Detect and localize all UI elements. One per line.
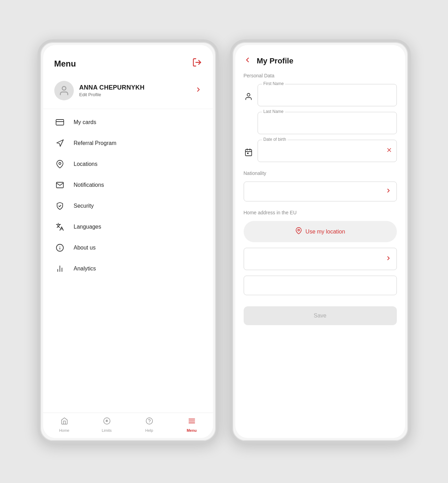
menu-item-notifications[interactable]: Notifications [43, 175, 213, 196]
nav-help-label: Help [145, 428, 153, 432]
svg-point-12 [106, 420, 108, 422]
last-name-field[interactable]: Last Name [258, 112, 397, 134]
dob-clear-icon[interactable] [386, 147, 392, 155]
profile-page-title: My Profile [257, 56, 293, 66]
profile-screen: My Profile Personal Data [235, 45, 405, 438]
menu-icon [188, 417, 196, 427]
calendar-icon [244, 148, 253, 156]
location-pin-icon [295, 227, 302, 236]
address-chevron-icon [385, 255, 392, 263]
menu-title: Menu [54, 59, 76, 69]
first-name-row: First Name [244, 84, 397, 106]
svg-point-13 [146, 418, 152, 424]
profile-name: ANNA CHEPURNYKH [79, 84, 189, 91]
avatar [54, 81, 74, 100]
nav-help[interactable]: Help [139, 417, 160, 432]
nav-home[interactable]: Home [54, 417, 75, 432]
profile-edit-label: Edit Profile [79, 92, 189, 97]
menu-item-label: Locations [74, 161, 98, 167]
profile-section[interactable]: ANNA CHEPURNYKH Edit Profile [43, 77, 213, 109]
use-location-button[interactable]: Use my location [244, 221, 397, 242]
profile-scroll-area: Personal Data First Name [235, 73, 405, 438]
nationality-selector[interactable] [244, 182, 397, 201]
first-name-floating-label: First Name [262, 81, 285, 86]
menu-item-label: My cards [74, 119, 96, 125]
translate-icon [54, 223, 65, 231]
nav-limits[interactable]: Limits [96, 417, 117, 432]
back-button[interactable] [244, 56, 251, 66]
right-phone: My Profile Personal Data [230, 39, 411, 444]
person-icon [244, 92, 253, 101]
menu-item-my-cards[interactable]: My cards [43, 112, 213, 133]
location-icon [54, 160, 65, 168]
menu-item-analytics[interactable]: Analytics [43, 258, 213, 279]
shield-icon [54, 202, 65, 210]
menu-item-label: Security [74, 203, 94, 209]
svg-rect-23 [247, 153, 249, 154]
menu-item-label: Referral Program [74, 140, 117, 146]
svg-point-26 [298, 229, 299, 231]
nav-menu-label: Menu [187, 428, 197, 432]
use-location-text: Use my location [306, 229, 345, 235]
save-button[interactable]: Save [244, 306, 397, 325]
nationality-label: Nationality [244, 170, 397, 176]
menu-items-list: My cards Referral Program [43, 109, 213, 413]
last-name-row: Last Name [244, 112, 397, 134]
menu-item-label: About us [74, 245, 96, 251]
svg-rect-19 [245, 150, 252, 156]
menu-item-about[interactable]: About us [43, 237, 213, 258]
svg-rect-2 [56, 120, 64, 125]
svg-point-18 [247, 93, 250, 96]
home-address-label: Home address in the EU [244, 210, 397, 215]
svg-point-4 [59, 162, 61, 164]
dob-field[interactable]: Date of birth [258, 140, 397, 162]
menu-item-label: Languages [74, 224, 101, 230]
menu-item-label: Notifications [74, 182, 104, 188]
nationality-chevron-icon [385, 187, 392, 196]
address-section: Home address in the EU Use my location [244, 210, 397, 295]
logout-icon[interactable] [192, 58, 202, 70]
profile-chevron-icon[interactable] [195, 86, 202, 95]
mail-icon [54, 181, 65, 189]
home-icon [61, 417, 68, 427]
nationality-section: Nationality [244, 170, 397, 201]
nav-menu[interactable]: Menu [181, 417, 202, 432]
chart-icon [54, 264, 65, 273]
dob-floating-label: Date of birth [262, 137, 288, 142]
menu-item-referral[interactable]: Referral Program [43, 133, 213, 154]
profile-info: ANNA CHEPURNYKH Edit Profile [79, 84, 189, 97]
svg-point-1 [62, 86, 66, 90]
menu-item-label: Analytics [74, 266, 96, 272]
menu-item-locations[interactable]: Locations [43, 154, 213, 175]
nav-limits-label: Limits [102, 428, 112, 432]
personal-data-label: Personal Data [244, 73, 397, 78]
dob-row: Date of birth [244, 140, 397, 162]
left-phone: Menu ANNA CHEPURNYKH [38, 39, 219, 444]
card-icon [54, 118, 65, 127]
bottom-nav: Home Limits [43, 413, 213, 438]
personal-data-section: Personal Data First Name [244, 73, 397, 162]
address-extra-field[interactable] [244, 276, 397, 295]
megaphone-icon [54, 139, 65, 147]
nav-home-label: Home [59, 428, 69, 432]
menu-screen: Menu ANNA CHEPURNYKH [43, 45, 213, 438]
last-name-floating-label: Last Name [262, 109, 285, 114]
menu-item-security[interactable]: Security [43, 196, 213, 216]
menu-item-languages[interactable]: Languages [43, 216, 213, 237]
info-icon [54, 244, 65, 252]
first-name-field[interactable]: First Name [258, 84, 397, 106]
address-selector[interactable] [244, 248, 397, 270]
profile-page-header: My Profile [235, 45, 405, 73]
menu-header: Menu [43, 45, 213, 77]
limits-icon [103, 417, 111, 427]
help-icon [146, 417, 153, 427]
